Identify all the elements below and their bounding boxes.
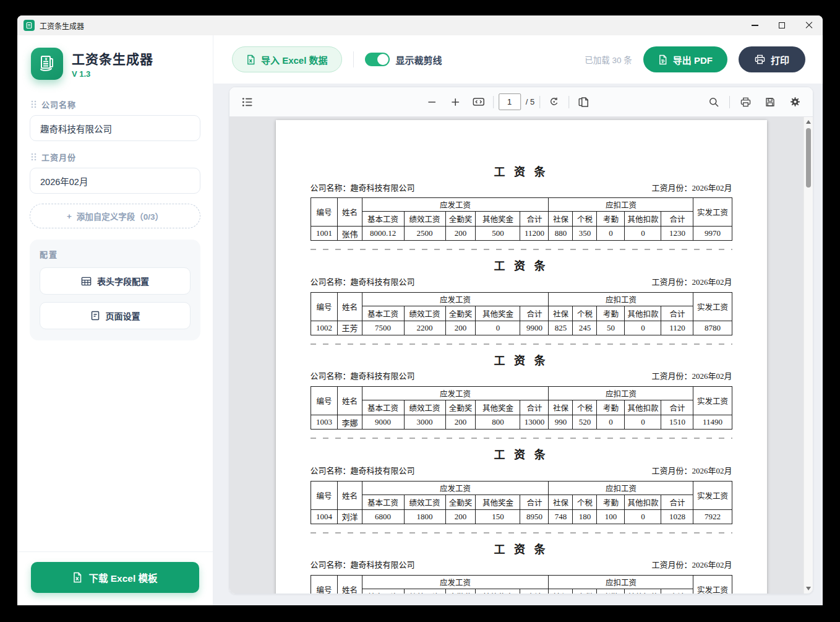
save-icon[interactable]: [761, 93, 779, 111]
value-cell: 8950: [520, 509, 549, 524]
toc-button[interactable]: [238, 93, 257, 111]
window-title: 工资条生成器: [40, 20, 84, 31]
employee-id-cell: 1003: [311, 415, 338, 430]
print-icon[interactable]: [736, 93, 755, 111]
zoom-in-button[interactable]: [446, 93, 465, 111]
header-cell: 基本工资: [362, 400, 404, 415]
employee-name-cell: 李娜: [338, 415, 362, 430]
header-cell: 个税: [573, 589, 597, 594]
value-cell: 200: [445, 227, 476, 241]
search-icon[interactable]: [705, 93, 723, 111]
value-cell: 2200: [404, 321, 445, 335]
value-cell: 1120: [661, 321, 693, 335]
value-cell: 8780: [693, 321, 732, 335]
viewer-wrap: / 5: [213, 84, 823, 605]
header-cell: 其他奖金: [476, 306, 520, 321]
company-input[interactable]: 趣奇科技有限公司: [30, 115, 200, 141]
download-excel-template-label: 下载 Excel 模板: [88, 571, 157, 584]
add-custom-field-button[interactable]: + 添加自定义字段（0/3）: [30, 204, 200, 228]
value-cell: 9000: [362, 415, 404, 430]
maximize-icon: [779, 22, 785, 28]
payslip-table: 编号姓名应发工资应扣工资实发工资基本工资绩效工资全勤奖其他奖金合计社保个税考勤其…: [311, 481, 732, 524]
header-cell: 基本工资: [362, 212, 404, 227]
header-cell: 基本工资: [362, 589, 404, 594]
plus-icon: +: [67, 212, 72, 221]
payslip-title: 工 资 条: [311, 165, 732, 179]
page-number-input[interactable]: [499, 93, 521, 110]
payslip-table: 编号姓名应发工资应扣工资实发工资基本工资绩效工资全勤奖其他奖金合计社保个税考勤其…: [311, 386, 732, 430]
cutline-toggle[interactable]: [365, 53, 390, 66]
header-cell: 社保: [549, 400, 573, 415]
header-group-cell: 应扣工资: [549, 198, 693, 212]
header-cell: 实发工资: [693, 387, 732, 415]
header-cell: 合计: [661, 400, 693, 415]
payslip-month-line: 工资月份：2026年02月: [651, 183, 732, 194]
print-button[interactable]: 打印: [739, 46, 805, 72]
pdf-toolbar-divider: [493, 96, 494, 108]
header-cell: 社保: [549, 589, 573, 594]
header-cell: 基本工资: [362, 306, 404, 321]
payslip-meta: 公司名称：趣奇科技有限公司工资月份：2026年02月: [311, 466, 732, 477]
value-cell: 200: [445, 321, 476, 335]
value-cell: 50: [597, 321, 625, 335]
header-cell: 编号: [311, 387, 338, 415]
close-button[interactable]: [795, 15, 823, 35]
payslip-month-line: 工资月份：2026年02月: [651, 466, 732, 477]
header-group-cell: 应扣工资: [549, 575, 693, 589]
fit-to-width-button[interactable]: [469, 93, 488, 111]
value-cell: 150: [476, 509, 520, 524]
header-cell: 其他扣款: [625, 495, 661, 509]
value-cell: 7500: [362, 321, 404, 335]
export-pdf-button[interactable]: 导出 PDF: [643, 46, 727, 72]
header-cell: 其他扣款: [625, 306, 661, 321]
payslip: 工 资 条公司名称：趣奇科技有限公司工资月份：2026年02月编号姓名应发工资应…: [311, 439, 732, 524]
scrollbar-thumb[interactable]: [806, 128, 811, 188]
rotate-button[interactable]: [545, 93, 564, 111]
import-excel-button[interactable]: 导入 Excel 数据: [232, 46, 342, 72]
page-setting-button[interactable]: 页面设置: [40, 302, 191, 329]
header-cell: 合计: [661, 212, 693, 227]
header-group-cell: 应扣工资: [549, 292, 693, 306]
pdf-document-area[interactable]: 工 资 条公司名称：趣奇科技有限公司工资月份：2026年02月编号姓名应发工资应…: [229, 117, 813, 594]
header-group-cell: 应扣工资: [549, 387, 693, 400]
header-cell: 其他扣款: [625, 212, 661, 227]
add-custom-field-label: 添加自定义字段（0/3）: [77, 210, 163, 222]
value-cell: 800: [476, 415, 520, 430]
payslip-company-line: 公司名称：趣奇科技有限公司: [311, 277, 415, 288]
value-cell: 990: [549, 415, 573, 430]
company-label: 公司名称: [41, 98, 76, 110]
value-cell: 245: [573, 321, 597, 335]
header-cell: 合计: [520, 495, 549, 509]
download-excel-template-button[interactable]: 下载 Excel 模板: [31, 562, 199, 593]
header-cell: 社保: [549, 306, 573, 321]
scroll-down-arrow-icon[interactable]: [806, 587, 811, 590]
settings-gear-icon[interactable]: [786, 93, 804, 111]
value-cell: 100: [597, 509, 625, 524]
payslip: 工 资 条公司名称：趣奇科技有限公司工资月份：2026年02月编号姓名应发工资应…: [311, 156, 732, 241]
vertical-scrollbar[interactable]: [804, 117, 813, 594]
value-cell: 8000.12: [362, 227, 404, 241]
header-cell: 实发工资: [693, 292, 732, 321]
scroll-up-arrow-icon[interactable]: [806, 120, 811, 124]
header-cell: 实发工资: [693, 198, 732, 227]
payslip-company-line: 公司名称：趣奇科技有限公司: [311, 560, 415, 571]
payslip-header-row-1: 编号姓名应发工资应扣工资实发工资: [311, 292, 732, 306]
zoom-out-button[interactable]: [422, 93, 441, 111]
month-input[interactable]: 2026年02月: [30, 168, 200, 194]
value-cell: 0: [625, 321, 661, 335]
maximize-button[interactable]: [768, 15, 795, 35]
page-view-button[interactable]: [574, 93, 593, 111]
header-cell: 考勤: [597, 306, 625, 321]
value-cell: 7922: [693, 509, 732, 524]
header-field-config-button[interactable]: 表头字段配置: [40, 267, 191, 295]
month-label-row: 工资月份: [31, 151, 199, 163]
minimize-button[interactable]: [741, 15, 768, 35]
payslip-header-row-2: 基本工资绩效工资全勤奖其他奖金合计社保个税考勤其他扣款合计: [311, 212, 732, 227]
value-cell: 1230: [661, 227, 693, 241]
value-cell: 200: [445, 509, 476, 524]
excel-file-icon: [246, 54, 255, 65]
payslip-title: 工 资 条: [311, 448, 732, 462]
header-cell: 其他奖金: [476, 495, 520, 509]
payslip-meta: 公司名称：趣奇科技有限公司工资月份：2026年02月: [311, 277, 732, 288]
value-cell: 1510: [661, 415, 693, 430]
